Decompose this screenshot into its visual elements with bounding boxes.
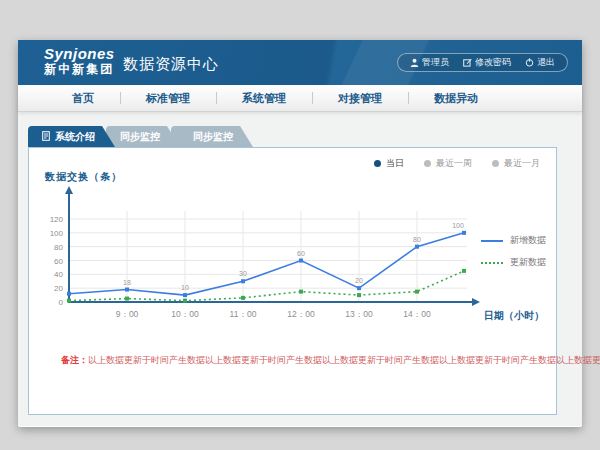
document-icon (42, 131, 50, 143)
legend-label: 更新数据 (510, 256, 546, 269)
power-icon (525, 58, 534, 67)
logo-text-en: Synjones (44, 45, 115, 62)
x-axis-title: 日期（小时） (484, 309, 544, 323)
line-chart: 0204060801001209：0010：0011：0012：0013：001… (39, 184, 544, 334)
radio-dot-icon (374, 160, 381, 167)
svg-text:12：00: 12：00 (287, 309, 315, 319)
nav-item-standard-mgmt[interactable]: 标准管理 (120, 91, 216, 106)
radio-label: 当日 (386, 157, 404, 170)
logout-button[interactable]: 退出 (525, 56, 555, 69)
radio-last-month[interactable]: 最近一月 (492, 157, 540, 170)
nav-item-data-change[interactable]: 数据异动 (408, 91, 504, 106)
footnote: 备注：以上数据更新于时间产生数据以上数据更新于时间产生数据以上数据更新于时间产生… (61, 354, 600, 367)
content-area: 系统介绍 同步监控 同步监控 当日 最近一 (18, 112, 582, 426)
footnote-label: 备注： (61, 355, 88, 365)
svg-text:10：00: 10：00 (171, 309, 199, 319)
legend-item-update-data: 更新数据 (481, 256, 546, 269)
logo-text-cn: 新中新集团 (44, 62, 115, 77)
page-title: 数据资源中心 (123, 55, 219, 74)
tab-system-intro[interactable]: 系统介绍 (28, 126, 115, 147)
tab-label: 同步监控 (193, 130, 233, 144)
radio-dot-icon (492, 160, 499, 167)
current-user[interactable]: 管理员 (410, 56, 449, 69)
y-axis-title: 数据交换（条） (45, 170, 122, 184)
tab-label: 系统介绍 (55, 130, 95, 144)
user-icon (410, 58, 419, 67)
radio-dot-icon (424, 160, 431, 167)
svg-text:11：00: 11：00 (230, 309, 257, 319)
company-logo: Synjones 新中新集团 (44, 45, 115, 77)
svg-text:14：00: 14：00 (403, 309, 431, 319)
user-toolbar: 管理员 修改密码 退出 (397, 53, 568, 72)
main-nav: 首页 标准管理 系统管理 对接管理 数据异动 (18, 85, 582, 112)
tab-label: 同步监控 (120, 130, 160, 144)
svg-text:10: 10 (181, 284, 189, 291)
user-name-label: 管理员 (422, 56, 449, 69)
legend-dotted-swatch (481, 262, 503, 264)
nav-item-system-mgmt[interactable]: 系统管理 (216, 91, 312, 106)
edit-pencil-icon (463, 58, 472, 67)
chart-legend: 新增数据 更新数据 (481, 234, 546, 269)
chart-panel: 当日 最近一周 最近一月 数据交换（条） 0204060801001209：00… (28, 147, 557, 415)
radio-last-week[interactable]: 最近一周 (424, 157, 472, 170)
radio-label: 最近一周 (436, 157, 472, 170)
logout-label: 退出 (537, 56, 555, 69)
svg-text:60: 60 (54, 257, 63, 266)
legend-line-swatch (481, 240, 503, 242)
footnote-text: 以上数据更新于时间产生数据以上数据更新于时间产生数据以上数据更新于时间产生数据以… (88, 355, 600, 365)
radio-label: 最近一月 (504, 157, 540, 170)
svg-text:40: 40 (54, 270, 63, 279)
app-window: Synjones 新中新集团 数据资源中心 管理员 修改密码 (18, 40, 582, 427)
svg-text:60: 60 (297, 250, 305, 257)
date-range-filter: 当日 最近一周 最近一月 (374, 157, 540, 170)
nav-item-home[interactable]: 首页 (46, 91, 120, 106)
tab-sync-monitor-2[interactable]: 同步监控 (171, 126, 253, 147)
change-password-label: 修改密码 (475, 56, 511, 69)
svg-text:100: 100 (452, 222, 464, 229)
svg-text:100: 100 (50, 229, 64, 238)
app-header: Synjones 新中新集团 数据资源中心 管理员 修改密码 (18, 40, 582, 85)
svg-text:20: 20 (54, 284, 63, 293)
svg-text:30: 30 (239, 270, 247, 277)
svg-text:0: 0 (59, 298, 64, 307)
svg-text:9：00: 9：00 (116, 309, 139, 319)
svg-text:20: 20 (355, 277, 363, 284)
change-password-button[interactable]: 修改密码 (463, 56, 511, 69)
nav-item-integration-mgmt[interactable]: 对接管理 (312, 91, 408, 106)
svg-text:120: 120 (50, 215, 64, 224)
radio-today[interactable]: 当日 (374, 157, 404, 170)
tab-bar: 系统介绍 同步监控 同步监控 (28, 126, 253, 147)
svg-text:13：00: 13：00 (345, 309, 373, 319)
page-background: Synjones 新中新集团 数据资源中心 管理员 修改密码 (0, 0, 600, 450)
legend-item-new-data: 新增数据 (481, 234, 546, 247)
svg-text:18: 18 (123, 279, 131, 286)
tab-sync-monitor-1[interactable]: 同步监控 (106, 126, 180, 147)
legend-label: 新增数据 (510, 234, 546, 247)
svg-text:80: 80 (413, 236, 421, 243)
svg-text:80: 80 (54, 243, 63, 252)
